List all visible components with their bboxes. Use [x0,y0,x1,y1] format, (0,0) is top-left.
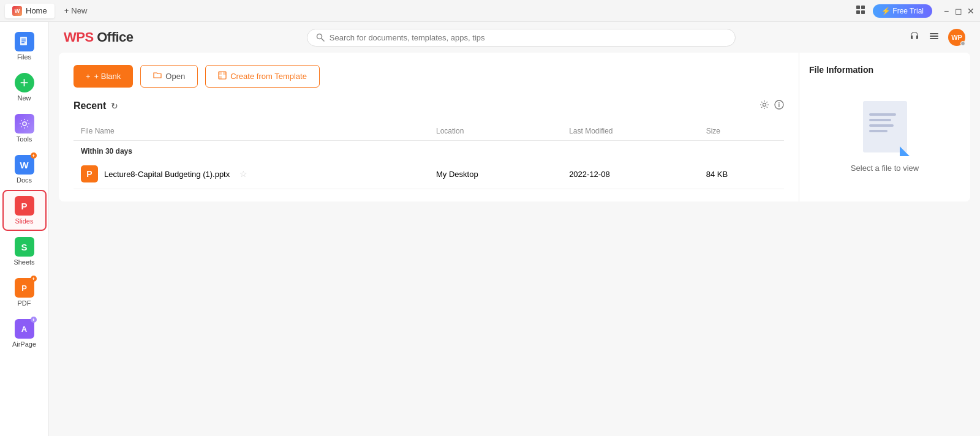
col-location: Location [429,122,562,141]
sidebar-item-new-label: New [17,94,31,102]
sidebar-item-pdf-label: PDF [18,299,31,307]
new-tab-label: New [71,6,87,15]
plus-blank-icon: + [86,72,91,81]
sidebar-item-slides[interactable]: P Slides [4,191,45,230]
main-panel: + + Blank Open [59,53,799,201]
info-button[interactable]: i [774,100,784,112]
sidebar-item-tools[interactable]: Tools [4,109,45,148]
file-last-modified: 2022-12-08 [562,159,699,189]
section-label: Within 30 days [74,141,784,160]
open-label: Open [165,72,185,81]
toolbar: + + Blank Open [74,65,784,88]
col-size: Size [699,122,784,141]
col-filename: File Name [74,122,429,141]
file-type-icon: P [81,165,98,182]
open-icon [153,71,162,81]
file-info-title: File Information [809,65,873,75]
layout-button[interactable] [853,2,868,19]
preview-line-1 [869,113,896,116]
files-icon [15,32,34,51]
avatar-status-dot [960,41,965,46]
file-info-panel: File Information Se [799,53,970,201]
sidebar-item-docs[interactable]: W + Docs [4,150,45,189]
sidebar-item-airpage-label: AirPage [12,340,36,348]
content-with-panel: + + Blank Open [59,53,970,201]
svg-rect-13 [930,38,938,39]
slides-icon: P [15,196,34,216]
wps-logo-small: W [12,6,22,16]
svg-point-8 [23,122,26,126]
recent-header: Recent ↻ i [74,100,784,112]
file-name-cell: P Lecture8-Capital Budgeting (1).pptx ☆ [74,159,429,189]
svg-line-10 [321,39,324,42]
search-input[interactable] [330,33,726,42]
free-trial-button[interactable]: ⚡ Free Trial [873,4,932,18]
file-name-text: Lecture8-Capital Budgeting (1).pptx [104,170,230,179]
table-row[interactable]: P Lecture8-Capital Budgeting (1).pptx ☆ … [74,159,784,189]
new-icon: + [15,73,34,92]
home-tab-label: Home [26,6,47,15]
logo-office: Office [94,29,134,45]
recent-title: Recent [74,100,106,111]
new-tab-button[interactable]: + New [59,4,92,18]
sidebar-item-sheets[interactable]: S Sheets [4,232,45,271]
titlebar-right: ⚡ Free Trial − ◻ ✕ [853,2,975,19]
open-button[interactable]: Open [140,65,198,88]
svg-rect-11 [930,33,938,34]
sidebar-item-files-label: Files [17,53,31,61]
close-button[interactable]: ✕ [967,7,975,15]
avatar[interactable]: WP [948,29,965,46]
star-button[interactable]: ☆ [239,169,247,179]
sidebar-item-tools-label: Tools [17,135,32,143]
svg-rect-2 [856,10,860,14]
svg-rect-1 [861,6,865,9]
sidebar-item-airpage[interactable]: A + AirPage [4,314,45,353]
titlebar: W Home + New ⚡ Free Trial − ◻ ✕ [0,0,980,22]
svg-marker-21 [900,146,910,156]
sidebar-item-sheets-label: Sheets [13,258,34,266]
sheets-icon: S [15,237,34,257]
template-label: Create from Template [230,72,307,81]
blank-button[interactable]: + + Blank [74,65,133,88]
file-location: My Desktop [429,159,562,189]
svg-rect-0 [856,6,860,9]
svg-rect-6 [21,40,26,42]
sidebar-item-docs-label: Docs [17,176,32,184]
svg-rect-15 [219,72,222,75]
home-tab[interactable]: W Home [5,4,55,18]
select-file-text: Select a file to view [851,164,919,173]
main-content: WPS Office [49,22,980,436]
blank-label: + Blank [94,72,121,81]
docs-icon: W + [15,155,34,175]
refresh-button[interactable]: ↻ [111,101,118,111]
menu-button[interactable] [929,31,940,44]
svg-rect-17 [219,76,222,79]
sidebar-item-slides-label: Slides [15,217,34,225]
recent-actions: i [760,100,784,112]
section-header-30days: Within 30 days [74,141,784,160]
settings-button[interactable] [760,100,769,112]
preview-lines [869,113,896,132]
svg-rect-3 [861,10,865,14]
preview-cursor-icon [900,146,910,156]
sidebar-item-files[interactable]: Files [4,27,45,66]
svg-rect-16 [223,72,226,75]
sidebar-item-pdf[interactable]: P + PDF [4,273,45,312]
airpage-icon: A + [15,319,34,339]
minimize-button[interactable]: − [942,7,951,15]
logo-wps: WPS [64,29,94,45]
search-input-wrap [307,29,736,47]
sidebar: Files + New Tools W + Docs P Slides [0,22,49,436]
svg-rect-5 [21,39,26,40]
file-preview-area: Select a file to view [851,85,919,189]
search-icon [316,33,325,42]
plus-icon: + [64,6,69,15]
template-button[interactable]: Create from Template [205,65,320,88]
file-table: File Name Location Last Modified Size Wi… [74,122,784,189]
sidebar-item-new[interactable]: + New [4,68,45,107]
svg-rect-7 [21,42,24,43]
restore-button[interactable]: ◻ [954,7,963,15]
search-bar [307,29,736,47]
headphone-button[interactable] [909,31,920,44]
file-name-inner: P Lecture8-Capital Budgeting (1).pptx ☆ [81,165,421,182]
